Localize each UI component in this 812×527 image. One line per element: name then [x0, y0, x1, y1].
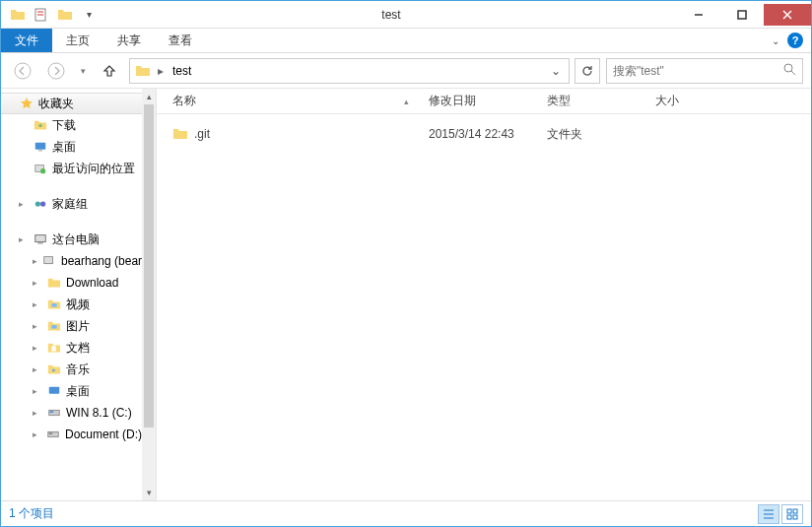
- sidebar-item-thispc[interactable]: ▸桌面: [1, 380, 142, 402]
- svg-rect-18: [51, 346, 55, 351]
- expand-caret-icon[interactable]: ▸: [19, 199, 29, 209]
- expand-caret-icon[interactable]: ▸: [33, 256, 37, 266]
- file-list[interactable]: .git2015/3/14 22:43文件夹: [157, 114, 811, 500]
- up-button[interactable]: [96, 58, 123, 84]
- tab-share[interactable]: 共享: [103, 29, 155, 52]
- svg-point-12: [40, 201, 45, 206]
- svg-line-6: [791, 71, 795, 75]
- sidebar-favorites-header[interactable]: 收藏夹: [1, 93, 142, 114]
- status-bar: 1 个项目: [1, 500, 811, 526]
- sidebar-item-label: Document (D:): [65, 428, 142, 441]
- sidebar-item-label: 桌面: [52, 139, 76, 156]
- item-icon: [46, 318, 62, 334]
- sidebar-item-downloads[interactable]: 下载: [1, 114, 142, 136]
- column-header-date[interactable]: 修改日期: [429, 93, 547, 109]
- column-header-size[interactable]: 大小: [655, 93, 734, 109]
- svg-rect-19: [49, 387, 60, 394]
- item-icon: [46, 275, 62, 291]
- address-dropdown-icon[interactable]: ⌄: [551, 64, 565, 78]
- sidebar-item-desktop[interactable]: 桌面: [1, 136, 142, 158]
- sidebar-item-label: 这台电脑: [52, 231, 100, 248]
- tab-file[interactable]: 文件: [1, 29, 52, 52]
- scroll-down-icon[interactable]: ▾: [142, 485, 156, 500]
- ribbon-expand-icon[interactable]: ⌄: [772, 35, 779, 46]
- sidebar-item-thispc[interactable]: ▸文档: [1, 337, 142, 359]
- back-button[interactable]: [9, 58, 36, 84]
- refresh-button[interactable]: [575, 58, 600, 84]
- sidebar-item-thispc[interactable]: ▸音乐: [1, 359, 142, 380]
- sidebar-item-label: 下载: [52, 117, 76, 134]
- qat-dropdown-icon[interactable]: ▾: [78, 4, 100, 26]
- scroll-up-icon[interactable]: ▴: [142, 89, 156, 104]
- expand-caret-icon[interactable]: ▸: [19, 234, 29, 244]
- help-icon[interactable]: ?: [787, 33, 803, 48]
- recent-dropdown[interactable]: ▾: [76, 58, 90, 84]
- sidebar-item-label: 图片: [66, 318, 90, 335]
- expand-caret-icon[interactable]: ▸: [33, 386, 42, 396]
- tab-home[interactable]: 主页: [52, 29, 103, 52]
- title-bar: ▾ test: [1, 1, 811, 29]
- star-icon: [19, 96, 34, 111]
- sidebar-item-thispc[interactable]: ▸Document (D:): [1, 424, 142, 445]
- expand-caret-icon[interactable]: ▸: [33, 429, 41, 439]
- icons-view-button[interactable]: [781, 504, 803, 524]
- window-controls: [677, 4, 811, 26]
- sidebar-item-thispc[interactable]: ▸WIN 8.1 (C:): [1, 402, 142, 424]
- sidebar-item-thispc[interactable]: ▸图片: [1, 315, 142, 337]
- details-view-button[interactable]: [758, 504, 779, 524]
- svg-point-5: [784, 64, 792, 72]
- minimize-button[interactable]: [677, 4, 720, 26]
- file-row[interactable]: .git2015/3/14 22:43文件夹: [172, 122, 811, 146]
- new-folder-icon[interactable]: [54, 4, 76, 26]
- close-button[interactable]: [764, 4, 811, 26]
- svg-point-11: [35, 201, 40, 206]
- item-icon: [41, 253, 57, 269]
- column-header-type[interactable]: 类型: [547, 93, 655, 109]
- svg-rect-21: [50, 411, 54, 413]
- folder-icon: [7, 4, 29, 26]
- svg-rect-8: [38, 151, 42, 152]
- maximize-button[interactable]: [720, 4, 764, 26]
- sidebar-item-label: 收藏夹: [38, 96, 74, 112]
- sidebar-homegroup[interactable]: ▸家庭组: [1, 193, 142, 215]
- search-input[interactable]: [613, 64, 782, 78]
- svg-rect-17: [51, 325, 56, 329]
- sidebar-item-thispc[interactable]: ▸bearhang (bear: [1, 250, 142, 272]
- tab-view[interactable]: 查看: [155, 29, 206, 52]
- homegroup-icon: [33, 196, 48, 212]
- scroll-thumb[interactable]: [144, 104, 154, 428]
- forward-button[interactable]: [42, 58, 70, 84]
- scroll-track[interactable]: [142, 104, 156, 485]
- sidebar-item-recent[interactable]: 最近访问的位置: [1, 158, 142, 179]
- sidebar-item-label: 文档: [66, 340, 90, 357]
- breadcrumb-item[interactable]: test: [169, 64, 194, 78]
- sidebar-item-thispc[interactable]: ▸视频: [1, 294, 142, 315]
- address-bar[interactable]: ▸ test ⌄: [129, 58, 570, 84]
- sidebar-item-label: bearhang (bear: [61, 254, 142, 268]
- file-date: 2015/3/14 22:43: [429, 127, 547, 141]
- search-box[interactable]: [606, 58, 803, 84]
- item-icon: [46, 340, 62, 356]
- sidebar-scrollbar[interactable]: ▴ ▾: [142, 89, 156, 500]
- column-header-name[interactable]: 名称▴: [172, 93, 429, 109]
- properties-icon[interactable]: [31, 4, 52, 26]
- expand-caret-icon[interactable]: ▸: [33, 343, 42, 353]
- sidebar-item-thispc[interactable]: ▸Download: [1, 272, 142, 294]
- sidebar-item-label: 视频: [66, 296, 90, 313]
- window-title: test: [105, 8, 677, 22]
- expand-caret-icon[interactable]: ▸: [33, 278, 42, 288]
- sidebar-thispc-header[interactable]: ▸这台电脑: [1, 229, 142, 250]
- svg-point-4: [48, 63, 64, 79]
- breadcrumb-separator-icon[interactable]: ▸: [156, 64, 166, 78]
- sidebar-item-label: 音乐: [66, 362, 90, 378]
- expand-caret-icon[interactable]: ▸: [33, 408, 42, 418]
- expand-caret-icon[interactable]: ▸: [33, 364, 42, 374]
- svg-rect-2: [738, 11, 746, 19]
- expand-caret-icon[interactable]: ▸: [33, 321, 42, 331]
- folder-icon: [172, 126, 188, 142]
- column-headers: 名称▴ 修改日期 类型 大小: [157, 89, 811, 114]
- item-icon: [46, 405, 62, 421]
- search-icon[interactable]: [782, 62, 796, 79]
- expand-caret-icon[interactable]: ▸: [33, 299, 42, 309]
- navigation-pane: 收藏夹 下载 桌面 最近访问的位置 ▸家庭组 ▸这台电脑 ▸bearhang (…: [1, 89, 157, 500]
